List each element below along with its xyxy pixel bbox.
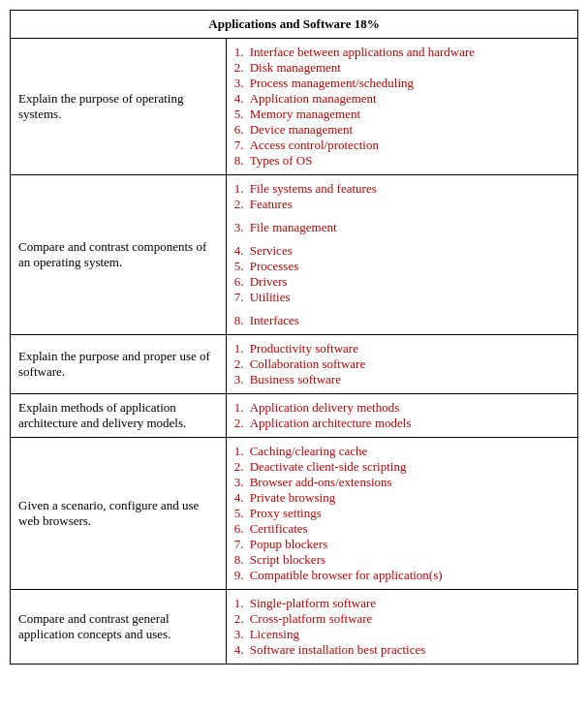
row-label: Explain the purpose of operating systems… (11, 39, 227, 175)
list-item: 1.File systems and features (234, 181, 570, 197)
row-label: Compare and contrast general application… (11, 590, 227, 665)
list-item: 2.Collaboration software (234, 356, 570, 372)
list-item: 3.Process management/scheduling (234, 76, 570, 91)
list-item: 9.Compatible browser for application(s) (234, 568, 570, 583)
list-item (234, 235, 570, 243)
list-item: 4.Private browsing (234, 490, 570, 506)
row-label: Compare and contrast components of an op… (11, 175, 227, 335)
list-item: 2.Application architecture models (234, 416, 570, 431)
row-label: Given a scenario, configure and use web … (11, 438, 227, 590)
list-item: 7.Access control/protection (234, 138, 570, 153)
list-item: 7.Popup blockers (234, 537, 570, 552)
list-item: 8.Types of OS (234, 153, 570, 169)
row-label: Explain methods of application architect… (11, 394, 227, 438)
list-item: 2.Disk management (234, 60, 570, 76)
list-item: 5.Memory management (234, 107, 570, 122)
list-item: 2.Features (234, 197, 570, 212)
list-item: 7.Utilities (234, 290, 570, 305)
row-content: 1.Productivity software2.Collaboration s… (226, 335, 577, 394)
list-item: 3.File management (234, 220, 570, 235)
list-item: 3.Business software (234, 372, 570, 387)
list-item (234, 305, 570, 313)
table-title: Applications and Software 18% (11, 11, 578, 39)
list-item: 2.Deactivate client-side scripting (234, 459, 570, 475)
list-item: 6.Drivers (234, 274, 570, 290)
list-item: 2.Cross-platform software (234, 611, 570, 627)
row-content: 1.Single-platform software2.Cross-platfo… (226, 590, 577, 665)
table-row: Compare and contrast components of an op… (11, 175, 578, 335)
row-content: 1.Caching/clearing cache2.Deactivate cli… (226, 438, 577, 590)
list-item: 1.Application delivery methods (234, 400, 570, 416)
list-item: 3.Licensing (234, 627, 570, 642)
list-item: 5.Processes (234, 259, 570, 274)
list-item: 4.Services (234, 243, 570, 259)
list-item: 1.Interface between applications and har… (234, 45, 570, 60)
main-table: Applications and Software 18% Explain th… (10, 10, 578, 665)
table-row: Explain methods of application architect… (11, 394, 578, 438)
list-item: 5.Proxy settings (234, 506, 570, 521)
list-item: 8.Script blockers (234, 552, 570, 568)
list-item: 4.Software installation best practices (234, 642, 570, 658)
row-content: 1.Application delivery methods2.Applicat… (226, 394, 577, 438)
list-item: 4.Application management (234, 91, 570, 107)
list-item: 6.Device management (234, 122, 570, 138)
list-item: 1.Single-platform software (234, 596, 570, 611)
row-content: 1.Interface between applications and har… (226, 39, 577, 175)
table-row: Given a scenario, configure and use web … (11, 438, 578, 590)
list-item (234, 212, 570, 220)
list-item: 3.Browser add-ons/extensions (234, 475, 570, 490)
list-item: 8.Interfaces (234, 313, 570, 328)
list-item: 6.Certificates (234, 521, 570, 537)
list-item: 1.Productivity software (234, 341, 570, 356)
list-item: 1.Caching/clearing cache (234, 444, 570, 459)
row-label: Explain the purpose and proper use of so… (11, 335, 227, 394)
table-row: Compare and contrast general application… (11, 590, 578, 665)
table-row: Explain the purpose of operating systems… (11, 39, 578, 175)
table-row: Explain the purpose and proper use of so… (11, 335, 578, 394)
row-content: 1.File systems and features2.Features3.F… (226, 175, 577, 335)
